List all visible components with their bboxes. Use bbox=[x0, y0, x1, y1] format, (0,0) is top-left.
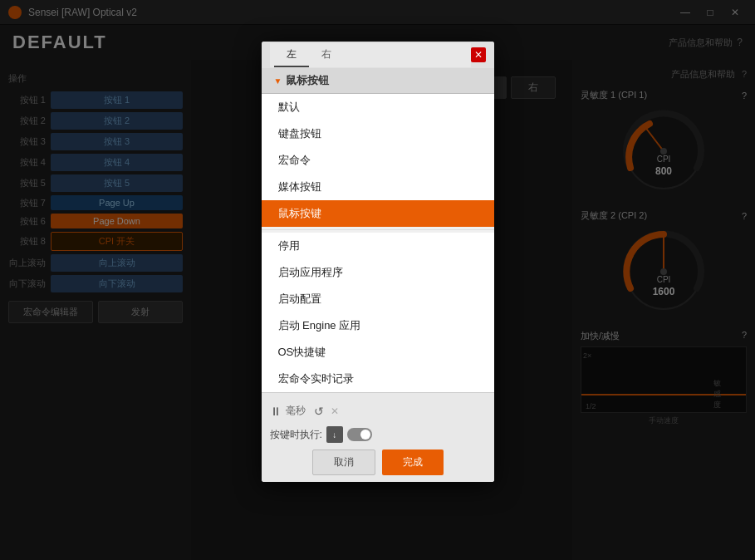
cat-label-media: 媒体按钮 bbox=[278, 179, 321, 194]
cat-item-macro[interactable]: 宏命令 bbox=[262, 147, 494, 174]
modal-btn-row: 取消 完成 bbox=[270, 449, 486, 475]
modal-tab-right[interactable]: 右 bbox=[309, 43, 344, 67]
modal-dialog: 左 右 ✕ ▼ 鼠标按钮 默认 键盘按钮 宏命令 媒体按钮 bbox=[262, 42, 494, 482]
cat-item-os-shortcut[interactable]: OS快捷键 bbox=[262, 339, 494, 366]
cat-item-macro-record[interactable]: 宏命令实时记录 bbox=[262, 366, 494, 392]
modal-top-bar: 左 右 ✕ bbox=[262, 42, 494, 68]
pause-icon[interactable]: ⏸ bbox=[270, 405, 282, 418]
toggle-knob bbox=[360, 430, 370, 440]
modal-close-button[interactable]: ✕ bbox=[471, 47, 486, 62]
cat-label-os-shortcut: OS快捷键 bbox=[278, 345, 326, 360]
modal-confirm-button[interactable]: 完成 bbox=[382, 449, 444, 475]
category-title: 鼠标按钮 bbox=[286, 73, 329, 88]
cat-item-mousekey[interactable]: 鼠标按键 bbox=[262, 200, 494, 227]
refresh-icon[interactable]: ↺ bbox=[314, 405, 324, 418]
cat-item-default[interactable]: 默认 bbox=[262, 94, 494, 120]
modal-bottom: ⏸ 毫秒 ↺ ✕ 按键时执行: ↓ 取消 完成 bbox=[262, 392, 494, 482]
modal-overlay: 左 右 ✕ ▼ 鼠标按钮 默认 键盘按钮 宏命令 媒体按钮 bbox=[0, 0, 755, 560]
timer-value: 毫秒 bbox=[286, 404, 306, 418]
cat-item-keyboard[interactable]: 键盘按钮 bbox=[262, 120, 494, 147]
modal-category-header: ▼ 鼠标按钮 bbox=[262, 68, 494, 94]
cat-label-mousekey: 鼠标按键 bbox=[278, 206, 321, 221]
cat-item-media[interactable]: 媒体按钮 bbox=[262, 174, 494, 200]
category-arrow-icon: ▼ bbox=[274, 76, 282, 86]
cat-label-launch-app: 启动应用程序 bbox=[278, 265, 343, 280]
modal-timer-row: ⏸ 毫秒 ↺ ✕ bbox=[270, 400, 486, 422]
cat-label-launch-config: 启动配置 bbox=[278, 292, 321, 307]
modal-execute-row: 按键时执行: ↓ bbox=[270, 426, 486, 443]
cat-label-macro-record: 宏命令实时记录 bbox=[278, 371, 354, 386]
modal-cancel-button[interactable]: 取消 bbox=[312, 449, 375, 475]
cat-item-disabled[interactable]: 停用 bbox=[262, 233, 494, 259]
modal-tab-area: 左 右 bbox=[270, 43, 471, 67]
cat-item-launch-config[interactable]: 启动配置 bbox=[262, 286, 494, 312]
cat-separator-1 bbox=[262, 229, 494, 230]
cat-item-launch-engine[interactable]: 启动 Engine 应用 bbox=[262, 312, 494, 339]
execute-down-icon: ↓ bbox=[326, 426, 343, 443]
cat-label-macro: 宏命令 bbox=[278, 153, 311, 168]
execute-label: 按键时执行: bbox=[270, 428, 322, 442]
modal-body: 默认 键盘按钮 宏命令 媒体按钮 鼠标按键 停用 启动应用程序 启动配置 bbox=[262, 94, 494, 392]
cat-label-keyboard: 键盘按钮 bbox=[278, 126, 321, 141]
modal-tab-row: 左 右 bbox=[270, 43, 471, 67]
cat-label-default: 默认 bbox=[278, 100, 300, 115]
cat-label-launch-engine: 启动 Engine 应用 bbox=[278, 318, 361, 333]
timer-close-icon[interactable]: ✕ bbox=[331, 405, 339, 417]
execute-toggle[interactable] bbox=[347, 428, 372, 441]
cat-label-disabled: 停用 bbox=[278, 238, 300, 253]
cat-item-launch-app[interactable]: 启动应用程序 bbox=[262, 259, 494, 286]
modal-tab-left[interactable]: 左 bbox=[274, 43, 309, 67]
